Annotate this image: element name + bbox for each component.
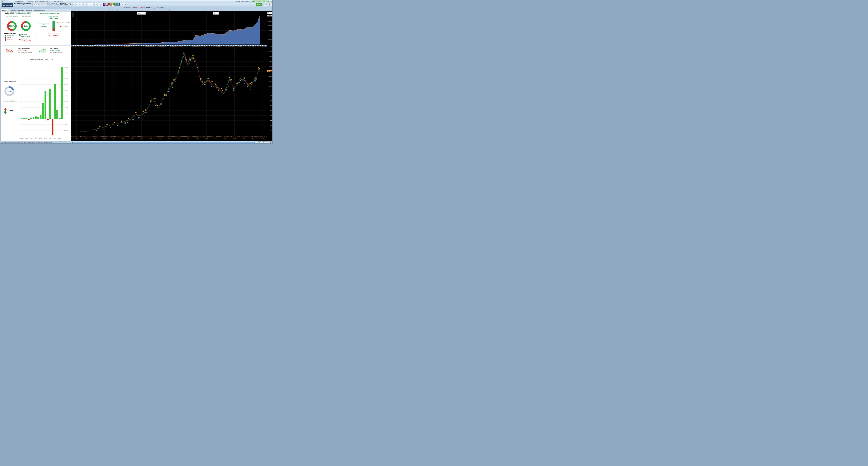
report-tab-overview[interactable]: Overview	[1, 9, 9, 11]
svg-text:10,000: 10,000	[64, 112, 67, 114]
report-tab-closed-positions-list[interactable]: Closed positions list	[33, 9, 46, 11]
arrow-up-icon[interactable]: ↗	[95, 3, 97, 6]
scroll-left-icon[interactable]: ◀	[71, 142, 73, 143]
window-button[interactable]: ×	[1, 1, 3, 2]
position-flat-icon[interactable]: ⊘	[113, 9, 114, 11]
window-button[interactable]: −	[3, 1, 5, 2]
gain-loss-ratio-donut: 2.21	[21, 21, 31, 31]
workspace-label: Individual Market Multi-timefr	[235, 1, 251, 2]
chart-style-icon[interactable]: ▥	[121, 3, 124, 6]
current-price-tag: 1,505.2	[267, 70, 272, 72]
max-runup-sub: Max consecutive wins: 5	[50, 52, 63, 53]
horizontal-line-icon[interactable]: ─	[81, 3, 84, 6]
strategy-timeframe: Daily	[14, 4, 32, 5]
gear-icon[interactable]: ⚙	[271, 1, 272, 2]
price-axis[interactable]: ▤ ▾ 50,000100,000150,000200,000250,00030…	[267, 11, 273, 141]
stats-divider	[36, 16, 36, 42]
equity-axis-label: 50,000	[268, 39, 272, 40]
scroll-right-icon[interactable]: ▶	[255, 142, 257, 143]
position-lock-icon[interactable]: ▣	[117, 9, 118, 11]
best-trade-block: Gain of best trade £59,274.00 Avg gain o…	[36, 16, 70, 42]
time-axis-label: 2011	[176, 138, 181, 139]
max-dd-sub: Max consecutive losses: 6	[19, 52, 32, 53]
price-axis-label: 400	[270, 124, 272, 126]
svg-text:2002: 2002	[20, 138, 23, 139]
timeframe-select[interactable]: Daily ▾	[137, 12, 146, 14]
avg-gain-label: Avg gain:	[40, 13, 47, 14]
gross-period-select[interactable]: Yearly ▾	[44, 58, 53, 61]
wave-icon[interactable]: ≈	[100, 3, 103, 6]
dealthru-button[interactable]: DealThru	[262, 3, 270, 6]
order-arrows-icon	[4, 108, 7, 115]
start-label: Start:	[47, 3, 50, 4]
zoom-out-icon[interactable]: ⊖	[258, 141, 261, 143]
price-axis-label: 1,600	[269, 66, 272, 67]
zoom-controls: ⊖⊕▢▦	[258, 141, 272, 143]
nbr-trades: Nbr trades: 137	[4, 33, 16, 34]
scrollbar-thumb[interactable]	[74, 142, 255, 144]
zoom-in-icon[interactable]: ⊕	[261, 141, 265, 143]
text-icon[interactable]: A	[92, 3, 95, 6]
window-button[interactable]: □	[5, 1, 7, 2]
price-axis-label: 1,800	[269, 56, 272, 57]
price-axis-label: 600	[270, 115, 272, 116]
time-axis-label: 2016	[223, 138, 227, 139]
price-axis-label: 800	[270, 105, 272, 106]
calendar-icon[interactable]: ▦	[69, 3, 71, 6]
cursor-icon[interactable]: ↖	[72, 3, 75, 6]
axis-settings-button[interactable]: ▤ ▾	[267, 12, 273, 14]
time-axis-label: 2005	[121, 138, 125, 139]
add-icon[interactable]: +	[72, 14, 74, 17]
arrow-down-icon[interactable]: ↘	[98, 3, 100, 6]
time-in-market-donut: 19.69%	[4, 86, 14, 96]
time-in-market-label: Time in the market	[1, 81, 18, 82]
palette-color[interactable]	[119, 4, 120, 6]
fibonacci-icon[interactable]: ≡	[84, 3, 86, 6]
report-tab-statistics-of-closed-trades[interactable]: Statistics of closed trades	[9, 9, 25, 11]
total-loss-swatch	[19, 39, 21, 40]
time-axis-label: 2019	[251, 138, 255, 139]
push-button[interactable]: Push+	[256, 3, 262, 6]
grid-icon[interactable]: ▦	[124, 3, 126, 6]
modify-probacktest-button[interactable]: Modify ProBacktest	[32, 3, 46, 6]
window-tab[interactable]: Detailed report	[14, 0, 25, 3]
total-gain-value: £551,205.50	[21, 36, 30, 37]
ratio-value: 2.21	[24, 25, 28, 27]
start-value: [£5,000.00]	[59, 3, 66, 4]
window-tab[interactable]: PricePatternsLongShort_GC*	[34, 0, 53, 3]
bolt-icon[interactable]: ↯	[270, 3, 272, 6]
grid-view-icon[interactable]: ▦	[269, 141, 272, 143]
title-bar: ×−□ Detailed reportProBacktestPricePatte…	[0, 0, 272, 3]
trend-line-icon[interactable]: ╱	[78, 3, 81, 6]
time-in-market-value: 19.69%	[7, 90, 12, 92]
horizontal-scrollbar[interactable]: ◀ ▶ ⊖⊕▢▦	[71, 141, 272, 144]
avg-loss-value: -£3,319.03	[57, 26, 70, 27]
svg-text:50,000: 50,000	[64, 89, 67, 91]
ellipse-icon[interactable]: ○	[89, 3, 92, 6]
list-icon[interactable]: ≡	[72, 12, 74, 14]
svg-text:90,000: 90,000	[64, 66, 67, 68]
quote-symbol[interactable]: XAUUSD	[124, 7, 130, 9]
rectangle-icon[interactable]: ▭	[87, 3, 89, 6]
equity-axis-label: 150,000	[268, 30, 272, 31]
instrument-tab[interactable]: Spot Gold (DFB)	[2, 3, 13, 7]
data-strip-bottom: 87@286.6|07.6|3.37|24.6|95.2|010.0|0.3|3…	[71, 136, 267, 138]
equity-axis-label: 250,000	[268, 21, 272, 22]
window-tab[interactable]: Spot Gold (DFB)	[53, 0, 64, 3]
time-axis-label: 2006	[130, 138, 135, 139]
window-tab[interactable]: ProBacktest	[25, 0, 34, 3]
fullscreen-icon[interactable]: ▢	[265, 141, 268, 143]
crosshair-icon[interactable]: +	[75, 3, 78, 6]
ratio-label: Gain/Loss Ratio	[20, 16, 34, 17]
svg-text:70,000: 70,000	[64, 78, 67, 79]
avg-loss-label: Avg loss of losing trades	[57, 22, 70, 23]
svg-text:2004: 2004	[25, 138, 28, 139]
svg-text:0: 0	[64, 118, 65, 119]
report-tab-orders-list[interactable]: Orders list	[25, 9, 33, 11]
price-axis-label: 1,100	[269, 90, 272, 92]
price-chart-panel[interactable]	[71, 48, 267, 136]
chart-type-button[interactable]: ▥ ▾	[213, 12, 219, 14]
total-gain-swatch	[19, 34, 21, 36]
time-axis[interactable]: 2000200120022003200420052006200720082009…	[71, 138, 267, 140]
equity-curve-panel[interactable]	[71, 11, 267, 45]
